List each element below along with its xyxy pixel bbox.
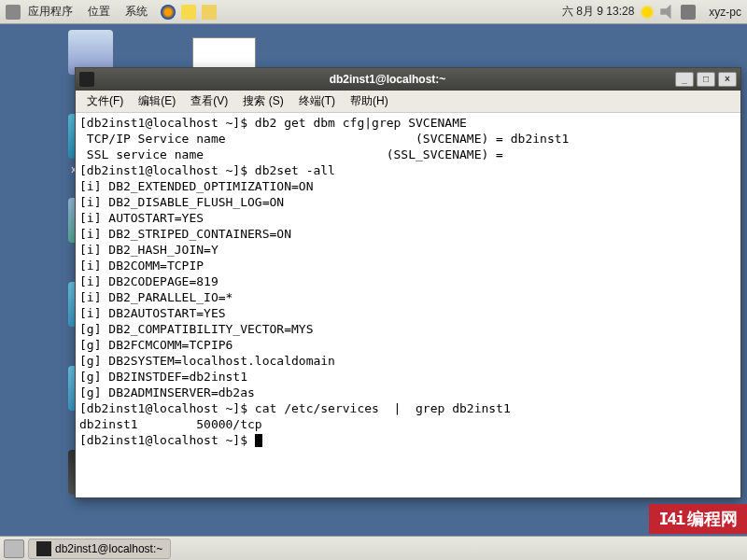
window-titlebar[interactable]: db2inst1@localhost:~ _ □ × bbox=[76, 68, 740, 91]
gnome-foot-icon[interactable] bbox=[6, 5, 21, 20]
terminal-menubar: 文件(F) 编辑(E) 查看(V) 搜索 (S) 终端(T) 帮助(H) bbox=[76, 91, 740, 113]
hostname-label: xyz-pc bbox=[709, 6, 741, 19]
clock[interactable]: 六 8月 9 13:28 bbox=[562, 4, 634, 20]
terminal-icon bbox=[36, 541, 51, 556]
weather-icon[interactable] bbox=[640, 5, 655, 20]
notes-icon[interactable] bbox=[202, 5, 217, 20]
menu-view[interactable]: 查看(V) bbox=[183, 93, 235, 109]
maximize-button[interactable]: □ bbox=[697, 72, 715, 87]
mail-icon[interactable] bbox=[181, 5, 196, 20]
menu-file[interactable]: 文件(F) bbox=[79, 93, 131, 109]
top-panel: 应用程序 位置 系统 六 8月 9 13:28 xyz-pc bbox=[0, 0, 747, 24]
terminal-output[interactable]: [db2inst1@localhost ~]$ db2 get dbm cfg|… bbox=[76, 113, 740, 497]
menu-system[interactable]: 系统 bbox=[118, 4, 155, 20]
network-icon[interactable] bbox=[681, 5, 696, 20]
bottom-panel: db2inst1@localhost:~ bbox=[0, 536, 747, 560]
window-title: db2inst1@localhost:~ bbox=[100, 73, 675, 86]
terminal-app-icon bbox=[79, 72, 94, 87]
menu-applications[interactable]: 应用程序 bbox=[21, 4, 80, 20]
menu-search[interactable]: 搜索 (S) bbox=[235, 93, 290, 109]
menu-help[interactable]: 帮助(H) bbox=[343, 93, 396, 109]
menu-edit[interactable]: 编辑(E) bbox=[131, 93, 183, 109]
firefox-icon[interactable] bbox=[161, 5, 176, 20]
volume-icon[interactable] bbox=[660, 5, 675, 20]
minimize-button[interactable]: _ bbox=[675, 72, 694, 87]
close-button[interactable]: × bbox=[718, 72, 737, 87]
show-desktop-button[interactable] bbox=[4, 539, 24, 558]
menu-terminal[interactable]: 终端(T) bbox=[291, 93, 343, 109]
watermark: I4i编程网 bbox=[649, 504, 747, 534]
task-label: db2inst1@localhost:~ bbox=[55, 542, 162, 555]
taskbar-entry-terminal[interactable]: db2inst1@localhost:~ bbox=[28, 539, 171, 559]
terminal-window: db2inst1@localhost:~ _ □ × 文件(F) 编辑(E) 查… bbox=[75, 67, 741, 498]
cursor bbox=[255, 434, 262, 447]
menu-places[interactable]: 位置 bbox=[80, 4, 118, 20]
